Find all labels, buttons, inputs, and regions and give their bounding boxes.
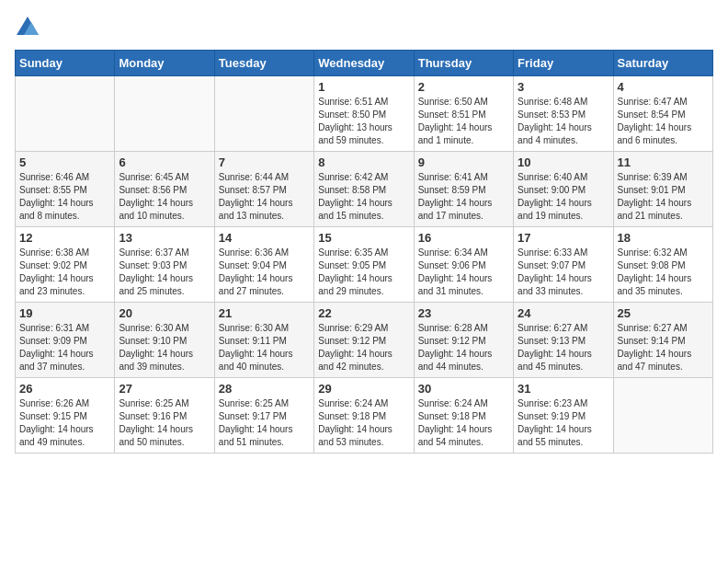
day-info: Sunrise: 6:50 AM Sunset: 8:51 PM Dayligh… bbox=[418, 96, 509, 147]
calendar-cell: 23Sunrise: 6:28 AM Sunset: 9:12 PM Dayli… bbox=[414, 303, 513, 378]
calendar-table: SundayMondayTuesdayWednesdayThursdayFrid… bbox=[15, 50, 713, 454]
day-info: Sunrise: 6:28 AM Sunset: 9:12 PM Dayligh… bbox=[418, 322, 509, 373]
day-number: 9 bbox=[418, 155, 509, 169]
day-info: Sunrise: 6:41 AM Sunset: 8:59 PM Dayligh… bbox=[418, 171, 509, 223]
calendar-cell: 3Sunrise: 6:48 AM Sunset: 8:53 PM Daylig… bbox=[514, 76, 613, 152]
calendar-cell: 8Sunrise: 6:42 AM Sunset: 8:58 PM Daylig… bbox=[314, 152, 414, 227]
day-number: 12 bbox=[19, 231, 110, 245]
calendar-cell: 1Sunrise: 6:51 AM Sunset: 8:50 PM Daylig… bbox=[314, 76, 414, 152]
calendar-cell: 12Sunrise: 6:38 AM Sunset: 9:02 PM Dayli… bbox=[16, 227, 115, 303]
day-number: 24 bbox=[518, 306, 609, 320]
calendar-cell: 25Sunrise: 6:27 AM Sunset: 9:14 PM Dayli… bbox=[613, 303, 712, 378]
day-info: Sunrise: 6:47 AM Sunset: 8:54 PM Dayligh… bbox=[618, 96, 709, 147]
day-info: Sunrise: 6:40 AM Sunset: 9:00 PM Dayligh… bbox=[518, 171, 609, 223]
day-info: Sunrise: 6:33 AM Sunset: 9:07 PM Dayligh… bbox=[518, 247, 609, 298]
calendar-week-row: 5Sunrise: 6:46 AM Sunset: 8:55 PM Daylig… bbox=[16, 152, 713, 227]
day-number: 7 bbox=[219, 155, 310, 169]
day-number: 6 bbox=[119, 155, 210, 169]
day-info: Sunrise: 6:24 AM Sunset: 9:18 PM Dayligh… bbox=[318, 397, 409, 449]
page-header bbox=[15, 15, 713, 40]
header-tuesday: Tuesday bbox=[214, 51, 313, 76]
day-info: Sunrise: 6:30 AM Sunset: 9:11 PM Dayligh… bbox=[219, 322, 310, 373]
day-info: Sunrise: 6:25 AM Sunset: 9:17 PM Dayligh… bbox=[219, 397, 310, 449]
day-number: 3 bbox=[518, 80, 609, 94]
calendar-cell: 19Sunrise: 6:31 AM Sunset: 9:09 PM Dayli… bbox=[16, 303, 115, 378]
day-number: 27 bbox=[119, 382, 210, 396]
calendar-week-row: 26Sunrise: 6:26 AM Sunset: 9:15 PM Dayli… bbox=[16, 378, 713, 454]
day-info: Sunrise: 6:30 AM Sunset: 9:10 PM Dayligh… bbox=[119, 322, 210, 373]
header-friday: Friday bbox=[514, 51, 613, 76]
calendar-cell bbox=[214, 76, 313, 152]
calendar-cell: 21Sunrise: 6:30 AM Sunset: 9:11 PM Dayli… bbox=[214, 303, 313, 378]
day-number: 28 bbox=[219, 382, 310, 396]
day-info: Sunrise: 6:27 AM Sunset: 9:14 PM Dayligh… bbox=[618, 322, 709, 373]
calendar-cell: 30Sunrise: 6:24 AM Sunset: 9:18 PM Dayli… bbox=[414, 378, 513, 454]
calendar-cell bbox=[613, 378, 712, 454]
calendar-cell bbox=[16, 76, 115, 152]
day-info: Sunrise: 6:37 AM Sunset: 9:03 PM Dayligh… bbox=[119, 247, 210, 298]
header-wednesday: Wednesday bbox=[314, 51, 414, 76]
day-number: 21 bbox=[219, 306, 310, 320]
day-number: 20 bbox=[119, 306, 210, 320]
day-number: 10 bbox=[518, 155, 609, 169]
calendar-cell: 17Sunrise: 6:33 AM Sunset: 9:07 PM Dayli… bbox=[514, 227, 613, 303]
day-number: 14 bbox=[219, 231, 310, 245]
day-number: 1 bbox=[318, 80, 409, 94]
day-info: Sunrise: 6:45 AM Sunset: 8:56 PM Dayligh… bbox=[119, 171, 210, 223]
day-info: Sunrise: 6:23 AM Sunset: 9:19 PM Dayligh… bbox=[518, 397, 609, 449]
logo bbox=[15, 15, 44, 40]
day-info: Sunrise: 6:25 AM Sunset: 9:16 PM Dayligh… bbox=[119, 397, 210, 449]
calendar-cell: 27Sunrise: 6:25 AM Sunset: 9:16 PM Dayli… bbox=[115, 378, 214, 454]
day-number: 31 bbox=[518, 382, 609, 396]
header-monday: Monday bbox=[115, 51, 214, 76]
day-number: 23 bbox=[418, 306, 509, 320]
day-info: Sunrise: 6:42 AM Sunset: 8:58 PM Dayligh… bbox=[318, 171, 409, 223]
day-number: 11 bbox=[618, 155, 709, 169]
calendar-cell: 6Sunrise: 6:45 AM Sunset: 8:56 PM Daylig… bbox=[115, 152, 214, 227]
day-number: 26 bbox=[19, 382, 110, 396]
day-info: Sunrise: 6:27 AM Sunset: 9:13 PM Dayligh… bbox=[518, 322, 609, 373]
day-number: 17 bbox=[518, 231, 609, 245]
calendar-cell: 24Sunrise: 6:27 AM Sunset: 9:13 PM Dayli… bbox=[514, 303, 613, 378]
day-info: Sunrise: 6:26 AM Sunset: 9:15 PM Dayligh… bbox=[19, 397, 110, 449]
day-number: 5 bbox=[19, 155, 110, 169]
calendar-cell: 22Sunrise: 6:29 AM Sunset: 9:12 PM Dayli… bbox=[314, 303, 414, 378]
day-info: Sunrise: 6:39 AM Sunset: 9:01 PM Dayligh… bbox=[618, 171, 709, 223]
day-info: Sunrise: 6:36 AM Sunset: 9:04 PM Dayligh… bbox=[219, 247, 310, 298]
day-number: 29 bbox=[318, 382, 409, 396]
calendar-cell: 13Sunrise: 6:37 AM Sunset: 9:03 PM Dayli… bbox=[115, 227, 214, 303]
day-number: 16 bbox=[418, 231, 509, 245]
day-info: Sunrise: 6:38 AM Sunset: 9:02 PM Dayligh… bbox=[19, 247, 110, 298]
calendar-week-row: 19Sunrise: 6:31 AM Sunset: 9:09 PM Dayli… bbox=[16, 303, 713, 378]
calendar-cell bbox=[115, 76, 214, 152]
day-number: 2 bbox=[418, 80, 509, 94]
day-info: Sunrise: 6:31 AM Sunset: 9:09 PM Dayligh… bbox=[19, 322, 110, 373]
day-info: Sunrise: 6:24 AM Sunset: 9:18 PM Dayligh… bbox=[418, 397, 509, 449]
header-thursday: Thursday bbox=[414, 51, 513, 76]
calendar-cell: 26Sunrise: 6:26 AM Sunset: 9:15 PM Dayli… bbox=[16, 378, 115, 454]
calendar-cell: 31Sunrise: 6:23 AM Sunset: 9:19 PM Dayli… bbox=[514, 378, 613, 454]
calendar-cell: 16Sunrise: 6:34 AM Sunset: 9:06 PM Dayli… bbox=[414, 227, 513, 303]
day-number: 13 bbox=[119, 231, 210, 245]
day-info: Sunrise: 6:48 AM Sunset: 8:53 PM Dayligh… bbox=[518, 96, 609, 147]
calendar-cell: 28Sunrise: 6:25 AM Sunset: 9:17 PM Dayli… bbox=[214, 378, 313, 454]
calendar-week-row: 12Sunrise: 6:38 AM Sunset: 9:02 PM Dayli… bbox=[16, 227, 713, 303]
calendar-cell: 4Sunrise: 6:47 AM Sunset: 8:54 PM Daylig… bbox=[613, 76, 712, 152]
day-number: 15 bbox=[318, 231, 409, 245]
day-info: Sunrise: 6:29 AM Sunset: 9:12 PM Dayligh… bbox=[318, 322, 409, 373]
calendar-cell: 7Sunrise: 6:44 AM Sunset: 8:57 PM Daylig… bbox=[214, 152, 313, 227]
calendar-week-row: 1Sunrise: 6:51 AM Sunset: 8:50 PM Daylig… bbox=[16, 76, 713, 152]
header-saturday: Saturday bbox=[613, 51, 712, 76]
calendar-cell: 11Sunrise: 6:39 AM Sunset: 9:01 PM Dayli… bbox=[613, 152, 712, 227]
day-info: Sunrise: 6:51 AM Sunset: 8:50 PM Dayligh… bbox=[318, 96, 409, 147]
day-number: 30 bbox=[418, 382, 509, 396]
calendar-cell: 15Sunrise: 6:35 AM Sunset: 9:05 PM Dayli… bbox=[314, 227, 414, 303]
day-number: 18 bbox=[618, 231, 709, 245]
day-info: Sunrise: 6:32 AM Sunset: 9:08 PM Dayligh… bbox=[618, 247, 709, 298]
logo-icon bbox=[15, 15, 40, 40]
day-info: Sunrise: 6:46 AM Sunset: 8:55 PM Dayligh… bbox=[19, 171, 110, 223]
day-number: 22 bbox=[318, 306, 409, 320]
calendar-cell: 9Sunrise: 6:41 AM Sunset: 8:59 PM Daylig… bbox=[414, 152, 513, 227]
calendar-cell: 5Sunrise: 6:46 AM Sunset: 8:55 PM Daylig… bbox=[16, 152, 115, 227]
calendar-cell: 20Sunrise: 6:30 AM Sunset: 9:10 PM Dayli… bbox=[115, 303, 214, 378]
